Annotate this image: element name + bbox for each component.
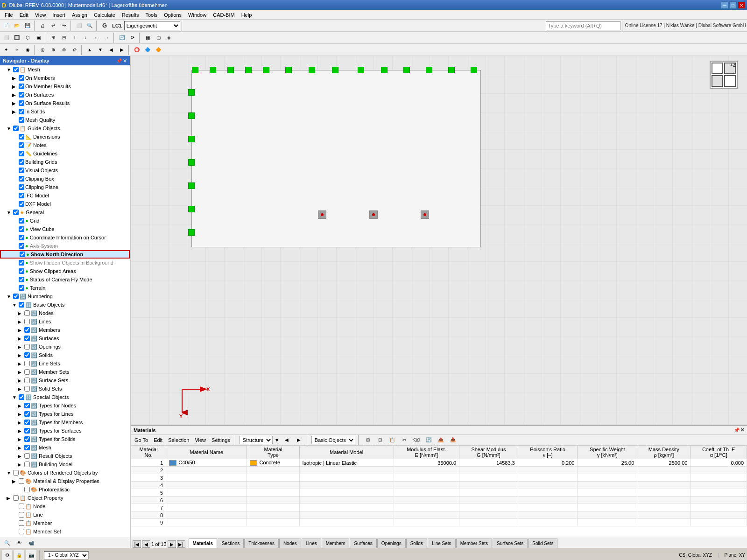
tb-undo[interactable]: ↩ — [48, 21, 58, 31]
mat-goto[interactable]: Go To — [133, 437, 150, 443]
tree-guidelines[interactable]: 📏 Guidelines — [0, 149, 130, 158]
mat-tb5[interactable]: ⌫ — [411, 435, 422, 445]
tb-r7[interactable]: ↑ — [70, 33, 80, 43]
tree-numbering[interactable]: ▼ 🔢 Numbering — [0, 292, 130, 301]
mat-dropdown-arrow[interactable]: ▼ — [275, 437, 280, 443]
tb-open[interactable]: 📂 — [12, 21, 22, 31]
mat-tb1[interactable]: ⊞ — [363, 435, 373, 445]
tree-surfaces[interactable]: ▶ 🔢 Surfaces — [0, 334, 130, 343]
tree-grid[interactable]: ● Grid — [0, 217, 130, 225]
mat-tb8[interactable]: 📥 — [448, 435, 458, 445]
table-row[interactable]: 6 — [131, 497, 747, 504]
tb-r9[interactable]: ← — [91, 33, 101, 43]
mat-settings[interactable]: Settings — [210, 437, 232, 443]
table-row[interactable]: 1 C40/50 Concrete Isotropic | Linear Ela… — [131, 459, 747, 467]
materials-close[interactable]: ✕ — [740, 427, 744, 433]
maximize-btn[interactable]: □ — [729, 1, 737, 9]
table-row[interactable]: 7 — [131, 504, 747, 511]
tree-status-camera[interactable]: ● Status of Camera Fly Mode — [0, 275, 130, 284]
tree-clipping-plane[interactable]: Clipping Plane — [0, 183, 130, 191]
page-prev-btn[interactable]: ◀ — [142, 540, 150, 548]
tab-member-sets[interactable]: Member Sets — [456, 539, 492, 548]
status-icon-3[interactable]: 📷 — [26, 550, 36, 560]
menu-calculate[interactable]: Calculate — [91, 12, 118, 18]
tree-on-surface-results[interactable]: ▶ On Surface Results — [0, 99, 130, 107]
nav-btn-3[interactable]: 📹 — [26, 538, 36, 548]
materials-table[interactable]: MaterialNo. Material Name MaterialType M… — [131, 445, 747, 537]
page-last-btn[interactable]: ▶| — [177, 540, 185, 548]
tree-photorealistic[interactable]: 🎨 Photorealistic — [0, 485, 130, 494]
coord-system-dropdown[interactable]: 1 - Global XYZ — [44, 551, 89, 560]
nav-pin-btn[interactable]: 📌 — [116, 58, 122, 64]
tree-building-grids[interactable]: Building Grids — [0, 158, 130, 166]
tab-line-sets[interactable]: Line Sets — [428, 539, 456, 548]
tree-object-property[interactable]: ▶ 📋 Object Property — [0, 494, 130, 502]
tree-colors-rendered[interactable]: ▼ 🎨 Colors of Rendered Objects by — [0, 469, 130, 477]
tb-s3[interactable]: ◉ — [22, 45, 33, 55]
table-row[interactable]: 5 — [131, 489, 747, 497]
tree-in-solids[interactable]: ▶ In Solids — [0, 107, 130, 116]
viewport[interactable]: +Z — [131, 56, 747, 548]
mat-basic-objects-dropdown[interactable]: Basic Objects — [311, 436, 355, 444]
tab-lines[interactable]: Lines — [302, 539, 321, 548]
tb-print[interactable]: 🖨 — [37, 21, 48, 31]
tb-s5[interactable]: ⊕ — [48, 45, 58, 55]
tb-r14[interactable]: ▢ — [153, 33, 163, 43]
tab-thicknesses[interactable]: Thicknesses — [244, 539, 279, 548]
tb-s13[interactable]: 🔷 — [142, 45, 153, 55]
tree-solids[interactable]: ▶ 🔢 Solids — [0, 351, 130, 359]
menu-results[interactable]: Results — [119, 12, 142, 18]
tree-surface-sets[interactable]: ▶ 🔢 Surface Sets — [0, 376, 130, 385]
tb-r1[interactable]: ⬜ — [1, 33, 11, 43]
mat-tb7[interactable]: 📤 — [436, 435, 446, 445]
tree-solid-sets[interactable]: ▶ 🔢 Solid Sets — [0, 385, 130, 393]
tb-new[interactable]: 📄 — [1, 21, 11, 31]
tab-nodes[interactable]: Nodes — [279, 539, 301, 548]
mat-structure-dropdown[interactable]: Structure — [240, 436, 273, 444]
menu-insert[interactable]: Insert — [49, 12, 68, 18]
status-icon-1[interactable]: ⚙ — [2, 550, 12, 560]
tb-s11[interactable]: ▶ — [117, 45, 127, 55]
tree-general[interactable]: ▼ ★ General — [0, 208, 130, 217]
tb-s4[interactable]: ◎ — [37, 45, 48, 55]
tab-surfaces[interactable]: Surfaces — [350, 539, 376, 548]
tb-r2[interactable]: 🔲 — [12, 33, 22, 43]
tab-solids[interactable]: Solids — [406, 539, 427, 548]
tree-types-solids[interactable]: ▶ 🔢 Types for Solids — [0, 435, 130, 443]
tab-surface-sets[interactable]: Surface Sets — [493, 539, 528, 548]
mat-prev-btn[interactable]: ◀ — [282, 435, 292, 445]
tree-nodes[interactable]: ▶ 🔢 Nodes — [0, 309, 130, 317]
tb-s8[interactable]: ▲ — [85, 45, 95, 55]
tree-openings[interactable]: ▶ 🔢 Openings — [0, 343, 130, 351]
tree-special-objects[interactable]: ▼ 🔢 Special Objects — [0, 393, 130, 401]
tree-mesh-num[interactable]: ▶ 🔢 Mesh — [0, 443, 130, 452]
tree-coord-info[interactable]: ● Coordinate Information on Cursor — [0, 233, 130, 242]
search-input[interactable] — [546, 21, 620, 30]
lc-dropdown[interactable]: Eigengewicht — [124, 21, 180, 30]
tree-show-north[interactable]: ● Show North Direction — [0, 250, 130, 259]
tree-mesh[interactable]: ▼ 📋 Mesh — [0, 65, 130, 74]
tree-result-objects[interactable]: ▶ 🔢 Result Objects — [0, 452, 130, 460]
tree-basic-objects[interactable]: ▼ 🔢 Basic Objects — [0, 301, 130, 309]
tb-r8[interactable]: ↓ — [80, 33, 91, 43]
tree-ifc-model[interactable]: IFC Model — [0, 191, 130, 200]
tree-member-sets[interactable]: ▶ 🔢 Member Sets — [0, 368, 130, 376]
tree-show-hidden[interactable]: ● Show Hidden Objects in Background — [0, 259, 130, 267]
tree-dxf-model[interactable]: DXF Model — [0, 200, 130, 208]
tree-building-model[interactable]: ▶ 🔢 Building Model — [0, 460, 130, 469]
table-row[interactable]: 8 — [131, 511, 747, 519]
mat-tb6[interactable]: 🔄 — [423, 435, 434, 445]
tree-member-obj[interactable]: 📋 Member — [0, 519, 130, 527]
menu-options[interactable]: Options — [161, 12, 184, 18]
tree-visual-objects[interactable]: Visual Objects — [0, 166, 130, 175]
mat-tb2[interactable]: ⊟ — [375, 435, 385, 445]
tree-types-nodes[interactable]: ▶ 🔢 Types for Nodes — [0, 401, 130, 410]
tb-r6[interactable]: ⊟ — [59, 33, 69, 43]
tb-r5[interactable]: ⊞ — [48, 33, 58, 43]
materials-pin[interactable]: 📌 — [734, 427, 740, 433]
tree-types-lines[interactable]: ▶ 🔢 Types for Lines — [0, 410, 130, 418]
tb-r3[interactable]: ⬡ — [22, 33, 33, 43]
mat-tb4[interactable]: ✂ — [399, 435, 409, 445]
tree-types-surfaces[interactable]: ▶ 🔢 Types for Surfaces — [0, 427, 130, 435]
mat-tb3[interactable]: 📋 — [387, 435, 397, 445]
